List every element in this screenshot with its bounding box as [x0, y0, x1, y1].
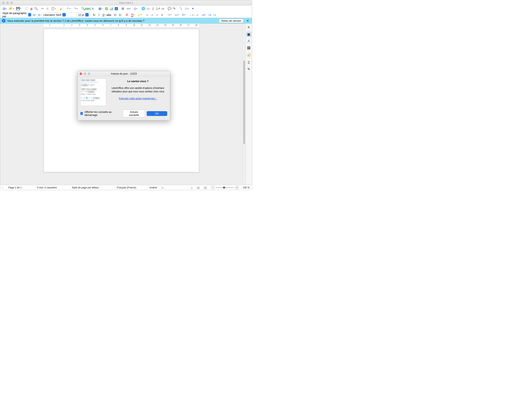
- export-pdf-button[interactable]: 📄: [24, 6, 28, 11]
- bookmark-button[interactable]: ▯: [151, 6, 155, 11]
- font-size-value: 12 pt: [78, 13, 84, 16]
- status-language[interactable]: Français (France): [115, 186, 147, 189]
- redo-button[interactable]: ↷▾: [72, 6, 79, 11]
- paragraph-style-value: Style de paragraphe par: [2, 12, 27, 18]
- align-center-button[interactable]: ≡: [150, 13, 154, 17]
- status-insert-mode[interactable]: Insérer: [147, 186, 159, 189]
- save-button[interactable]: 💾▾: [15, 6, 22, 11]
- release-notes-button[interactable]: Notes de version: [219, 19, 243, 23]
- spellcheck-button[interactable]: A͏B͏C: [86, 6, 90, 11]
- textbox-button[interactable]: 🅰: [114, 6, 119, 11]
- dialog-action-link[interactable]: Exécuter cette action maintenant...: [119, 97, 157, 100]
- zoom-control[interactable]: − +: [209, 186, 241, 189]
- scroll-thumb[interactable]: [243, 60, 245, 144]
- status-save-icon[interactable]: ▫: [0, 186, 6, 189]
- track-changes-button[interactable]: 💬: [167, 6, 172, 11]
- status-selection-icon[interactable]: ▭: [159, 186, 166, 189]
- status-page-style[interactable]: Style de page par défaut: [70, 186, 115, 189]
- align-left-button[interactable]: ≡: [145, 13, 150, 17]
- indent-more-button[interactable]: →≡: [189, 13, 193, 17]
- ruler-tick: 10: [133, 24, 135, 26]
- print-preview-button[interactable]: 🔍: [34, 6, 38, 11]
- show-tips-checkbox[interactable]: ✓: [80, 112, 83, 115]
- font-color-button[interactable]: A▾: [130, 13, 136, 17]
- status-words[interactable]: 0 mot, 0 caractère: [35, 186, 70, 189]
- formatting-marks-button[interactable]: ¶: [91, 6, 95, 11]
- horizontal-ruler[interactable]: 1 1 2 3 4 5 6 7 8 9 10 11 12 13 14 15 16: [44, 24, 199, 27]
- new-style-button[interactable]: A+: [38, 13, 42, 17]
- sidebar-styles-icon[interactable]: A: [246, 39, 251, 44]
- highlight-button[interactable]: 🖍▾: [136, 13, 143, 17]
- italic-button[interactable]: I: [97, 13, 101, 17]
- paragraph-style-combo[interactable]: Style de paragraphe par ⌄: [1, 13, 32, 17]
- page-break-button[interactable]: ⊞: [120, 6, 125, 11]
- symbol-button[interactable]: Ω▾: [132, 6, 139, 11]
- undo-button[interactable]: ↶▾: [65, 6, 72, 11]
- para-spacing-up-button[interactable]: ↑≡: [207, 13, 212, 17]
- cut-button[interactable]: ✂: [40, 6, 45, 11]
- line-spacing-button[interactable]: ↕≡▾: [200, 13, 207, 17]
- align-right-button[interactable]: ≡: [155, 13, 159, 17]
- comment-button[interactable]: ▭: [161, 6, 165, 11]
- zoom-out-button[interactable]: −: [211, 186, 215, 189]
- ruler-tick: 14: [164, 24, 166, 26]
- edit-changes-button[interactable]: ✎: [172, 6, 177, 11]
- shapes-button[interactable]: ◇▾: [184, 6, 190, 11]
- bullets-button[interactable]: ⁝≡▾: [166, 13, 173, 17]
- subscript-button[interactable]: X2: [118, 13, 123, 17]
- clone-format-button[interactable]: 🖌: [59, 6, 63, 11]
- chart-button[interactable]: 📊: [109, 6, 114, 11]
- new-doc-button[interactable]: ▤▾: [1, 6, 8, 11]
- underline-button[interactable]: S ▾: [102, 13, 106, 17]
- view-single-page-icon[interactable]: ▯: [189, 186, 195, 189]
- numbering-button[interactable]: 1≡▾: [173, 13, 180, 17]
- paste-button[interactable]: 📋▾: [50, 6, 57, 11]
- superscript-button[interactable]: X2: [113, 13, 118, 17]
- vertical-scrollbar[interactable]: [242, 24, 245, 185]
- sidebar-gallery-icon[interactable]: 🖼: [246, 46, 251, 51]
- para-spacing-down-button[interactable]: ↓≡: [212, 13, 217, 17]
- main-toolbar: ▤▾ 📂▾ 💾▾ 📄 🖨 🔍 ✂ ⎘ 📋▾ 🖌 ↶▾ ↷▾ 🔍 A͏B͏C ¶ …: [0, 6, 252, 12]
- hyperlink-button[interactable]: 🌐: [141, 6, 146, 11]
- footnote-button[interactable]: ▭: [146, 6, 150, 11]
- font-size-combo[interactable]: 12 pt ⌄: [77, 13, 90, 17]
- strikethrough-button[interactable]: abc: [107, 13, 111, 17]
- view-multi-page-icon[interactable]: ▯▯: [195, 186, 202, 189]
- zoom-slider[interactable]: [216, 187, 234, 188]
- ok-button[interactable]: OK: [147, 111, 167, 116]
- sidebar-navigator-icon[interactable]: 🧭: [246, 53, 251, 58]
- xref-button[interactable]: ▯↗: [156, 6, 160, 11]
- font-name-combo[interactable]: Liberation Serif ⌄: [42, 13, 77, 17]
- image-button[interactable]: 🖼: [104, 6, 109, 11]
- show-tips-label: Afficher les conseils au démarrage: [84, 110, 120, 116]
- sidebar-inspect-icon[interactable]: ✎: [246, 67, 251, 71]
- clear-format-button[interactable]: A̷: [125, 13, 129, 17]
- zoom-slider-thumb[interactable]: [223, 187, 225, 189]
- format-toolbar: Style de paragraphe par ⌄ A↻ A+ Liberati…: [0, 12, 252, 18]
- dialog-illustration: File Edit Insert ▢▢▢✂▢▢↶↷ ▸ Styles BIUSx…: [80, 78, 106, 106]
- update-style-button[interactable]: A↻: [32, 13, 37, 17]
- zoom-value[interactable]: 100 %: [241, 186, 252, 189]
- open-button[interactable]: 📂▾: [8, 6, 15, 11]
- next-tip-button[interactable]: Astuce suivante: [123, 110, 145, 117]
- indent-less-button[interactable]: ←≡: [194, 13, 198, 17]
- sidebar-menu-icon[interactable]: ≡: [246, 25, 251, 30]
- draw-functions-button[interactable]: ✦: [190, 6, 195, 11]
- status-page[interactable]: Page 1 de 1: [6, 186, 35, 189]
- table-button[interactable]: ▦▾: [97, 6, 104, 11]
- view-book-icon[interactable]: ▯▯: [202, 186, 209, 189]
- close-infobar-button[interactable]: ✕: [245, 19, 250, 23]
- line-tool-button[interactable]: ╲: [179, 6, 183, 11]
- field-button[interactable]: ▭▾: [126, 6, 132, 11]
- bold-button[interactable]: G: [92, 13, 96, 17]
- ruler-tick: 6: [102, 24, 103, 26]
- chevron-down-icon: ⌄: [28, 13, 31, 16]
- zoom-in-button[interactable]: +: [235, 186, 239, 189]
- outline-button[interactable]: ⊟▾: [180, 13, 187, 17]
- align-justify-button[interactable]: ≣: [160, 13, 164, 17]
- print-button[interactable]: 🖨: [29, 6, 33, 11]
- copy-button[interactable]: ⎘: [45, 6, 50, 11]
- sidebar-page-icon[interactable]: ▯: [246, 60, 251, 65]
- sidebar-properties-icon[interactable]: ▦: [246, 32, 251, 37]
- info-bar: i Vous exécutez pour la première fois la…: [0, 18, 252, 24]
